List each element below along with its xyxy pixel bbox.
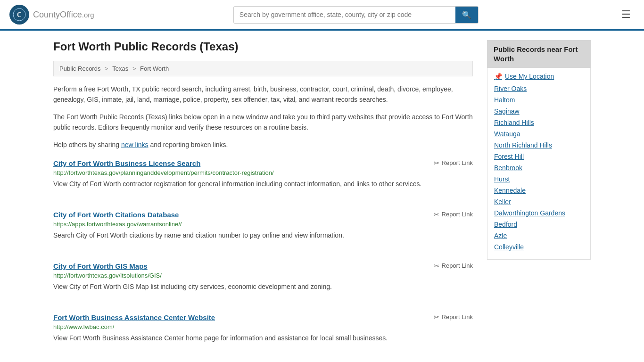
sidebar: Public Records near Fort Worth 📌 Use My …: [487, 40, 591, 362]
record-header-3: Fort Worth Business Assistance Center We…: [53, 313, 473, 323]
record-desc-0: View City of Fort Worth contractor regis…: [53, 179, 473, 189]
sidebar-nearby-haltom[interactable]: Haltom: [494, 96, 584, 104]
hamburger-menu[interactable]: ☰: [618, 7, 635, 23]
report-link-label-1: Report Link: [442, 211, 473, 218]
sidebar-nearby-benbrook[interactable]: Benbrook: [494, 164, 584, 172]
sidebar-nearby-dalworthington-gardens[interactable]: Dalworthington Gardens: [494, 209, 584, 217]
sidebar-nearby-hurst[interactable]: Hurst: [494, 175, 584, 183]
logo-area: C CountyOffice.org: [9, 5, 94, 25]
record-desc-1: Search City of Fort Worth citations by n…: [53, 230, 473, 240]
use-location-label: Use My Location: [505, 73, 554, 80]
page-title: Fort Worth Public Records (Texas): [53, 40, 473, 53]
sidebar-nearby-richland-hills[interactable]: Richland Hills: [494, 119, 584, 126]
intro-3-after: and reporting broken links.: [149, 141, 228, 148]
record-title-0[interactable]: City of Fort Worth Business License Sear…: [53, 159, 200, 167]
report-link-btn-0[interactable]: ✂ Report Link: [434, 159, 473, 167]
nearby-links: River OaksHaltomSaginawRichland HillsWat…: [494, 85, 584, 251]
scissors-icon-1: ✂: [434, 211, 439, 218]
report-link-btn-2[interactable]: ✂ Report Link: [434, 262, 473, 270]
record-title-3[interactable]: Fort Worth Business Assistance Center We…: [53, 313, 215, 321]
records-container: City of Fort Worth Business License Sear…: [53, 159, 473, 351]
sidebar-nearby-colleyville[interactable]: Colleyville: [494, 243, 584, 251]
report-link-label-2: Report Link: [442, 262, 473, 269]
search-button[interactable]: 🔍: [455, 7, 478, 23]
record-desc-3: View Fort Worth Business Assistance Cent…: [53, 333, 473, 343]
sidebar-nearby-saginaw[interactable]: Saginaw: [494, 107, 584, 115]
record-entry-3: Fort Worth Business Assistance Center We…: [53, 313, 473, 351]
record-title-2[interactable]: City of Fort Worth GIS Maps: [53, 262, 148, 270]
record-entry-1: City of Fort Worth Citations Database ✂ …: [53, 211, 473, 248]
breadcrumb: Public Records > Texas > Fort Worth: [53, 61, 473, 76]
report-link-btn-3[interactable]: ✂ Report Link: [434, 313, 473, 321]
report-link-label-0: Report Link: [442, 159, 473, 166]
location-pin-icon: 📌: [494, 73, 502, 80]
sidebar-heading: Public Records near Fort Worth: [487, 40, 591, 68]
sidebar-nearby-north-richland-hills[interactable]: North Richland Hills: [494, 141, 584, 149]
intro-paragraph-2: The Fort Worth Public Records (Texas) li…: [53, 112, 473, 133]
scissors-icon-3: ✂: [434, 313, 439, 321]
record-title-1[interactable]: City of Fort Worth Citations Database: [53, 211, 179, 219]
record-header-1: City of Fort Worth Citations Database ✂ …: [53, 211, 473, 221]
record-url-0[interactable]: http://fortworthtexas.gov/planninganddev…: [53, 169, 473, 176]
sidebar-nearby-azle[interactable]: Azle: [494, 232, 584, 239]
search-input[interactable]: [234, 7, 455, 22]
record-entry-0: City of Fort Worth Business License Sear…: [53, 159, 473, 197]
record-header-2: City of Fort Worth GIS Maps ✂ Report Lin…: [53, 262, 473, 272]
breadcrumb-sep1: >: [105, 65, 110, 72]
breadcrumb-texas[interactable]: Texas: [112, 65, 128, 72]
record-header-0: City of Fort Worth Business License Sear…: [53, 159, 473, 169]
report-link-label-3: Report Link: [442, 313, 473, 321]
sidebar-nearby-watauga[interactable]: Watauga: [494, 130, 584, 138]
record-url-2[interactable]: http://fortworthtexas.gov/itsolutions/GI…: [53, 272, 473, 279]
search-bar: 🔍: [233, 6, 479, 24]
breadcrumb-fort-worth[interactable]: Fort Worth: [140, 65, 169, 72]
logo-suffix: .org: [82, 11, 94, 19]
search-icon: 🔍: [462, 11, 471, 19]
breadcrumb-sep2: >: [132, 65, 138, 72]
sidebar-nearby-river-oaks[interactable]: River Oaks: [494, 85, 584, 92]
record-url-1[interactable]: https://apps.fortworthtexas.gov/warrants…: [53, 221, 473, 228]
svg-text:C: C: [17, 11, 22, 18]
header: C CountyOffice.org 🔍 ☰: [0, 0, 644, 31]
logo-icon: C: [9, 5, 29, 25]
intro-paragraph-3: Help others by sharing new links and rep…: [53, 140, 473, 150]
sidebar-content: 📌 Use My Location River OaksHaltomSagina…: [487, 68, 591, 260]
report-link-btn-1[interactable]: ✂ Report Link: [434, 211, 473, 218]
scissors-icon-0: ✂: [434, 159, 439, 167]
logo-text: CountyOffice.org: [33, 10, 94, 20]
sidebar-nearby-keller[interactable]: Keller: [494, 198, 584, 206]
main-container: Fort Worth Public Records (Texas) Public…: [39, 31, 605, 362]
scissors-icon-2: ✂: [434, 262, 439, 270]
sidebar-nearby-bedford[interactable]: Bedford: [494, 221, 584, 228]
intro-3-before: Help others by sharing: [53, 141, 121, 148]
sidebar-nearby-forest-hill[interactable]: Forest Hill: [494, 153, 584, 160]
record-entry-2: City of Fort Worth GIS Maps ✂ Report Lin…: [53, 262, 473, 299]
intro-paragraph-1: Perform a free Fort Worth, TX public rec…: [53, 84, 473, 105]
content-area: Fort Worth Public Records (Texas) Public…: [53, 40, 473, 362]
new-links-link[interactable]: new links: [121, 141, 149, 148]
record-url-3[interactable]: http://www.fwbac.com/: [53, 323, 473, 330]
sidebar-nearby-kennedale[interactable]: Kennedale: [494, 187, 584, 194]
use-my-location[interactable]: 📌 Use My Location: [494, 73, 584, 80]
breadcrumb-public-records[interactable]: Public Records: [59, 65, 100, 72]
record-desc-2: View City of Fort Worth GIS Map list inc…: [53, 282, 473, 292]
